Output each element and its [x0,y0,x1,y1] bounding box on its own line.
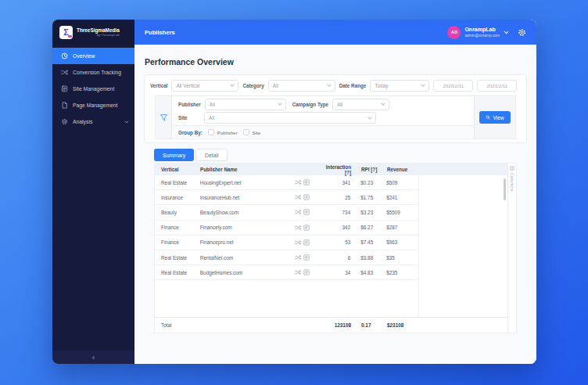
table-total-row: Total 123108 0.17 $23108 [155,317,516,333]
group-by-row: Group By: Publisher Site [172,125,474,139]
date-to-input[interactable]: 2021/2/11 [477,80,517,92]
table-row: Finance Financepro.net 53 $7.45 $963 [155,236,418,250]
avatar[interactable]: AD [447,26,461,39]
conversion-icon[interactable] [295,194,301,200]
site-select[interactable]: All [204,112,376,124]
publisher-value: All [210,102,215,107]
detail-square-icon[interactable] [303,269,310,275]
columns-panel-toggle[interactable]: Columns [507,164,516,333]
table-header-row: Vertical Publisher Name Interaction [?] … [155,164,516,175]
cell-revenue: $5509 [386,210,418,215]
brand-name: ThreeSigmaMedia [77,27,120,34]
date-from-input[interactable]: 2020/2/11 [433,80,473,92]
brand-logo-row: Σ ThreeSigmaMedia by OnrampLab [52,20,134,45]
category-value: All [273,83,278,88]
detail-square-icon[interactable] [303,179,310,185]
performance-table: Vertical Publisher Name Interaction [?] … [154,163,517,333]
brand-byline: by OnrampLab [77,33,120,37]
table-row: Finance Financely.com 342 $6.27 $287 [155,221,418,236]
sidebar-item-analysis[interactable]: Analysis [52,113,134,130]
site-label: Site [178,115,200,121]
cell-rpi: $0.23 [360,180,386,185]
filter-row-site: Site All [172,111,474,126]
detail-square-icon[interactable] [303,209,310,215]
chevron-down-icon [327,82,332,87]
view-button[interactable]: View [479,111,510,124]
cell-rpi: $6.27 [360,225,386,230]
main-area: Publishers AD OnrampLab admin@onramp.com… [134,20,536,364]
conversion-icon[interactable] [295,179,301,185]
cell-interaction: 53 [318,239,360,245]
publisher-label: Publisher [178,102,201,107]
publisher-checkbox[interactable] [208,129,214,135]
cell-rpi: $1.75 [360,195,386,200]
sidebar-item-overview[interactable]: Overview [52,48,134,64]
conversion-icon[interactable] [295,239,301,246]
cell-interaction: 6 [318,255,360,261]
conversion-icon[interactable] [295,225,301,231]
account-email: admin@onramp.com [464,34,500,38]
cell-actions [295,194,318,200]
category-select[interactable]: All [268,80,335,92]
tab-summary[interactable]: Summary [154,149,194,161]
chevron-down-icon [278,101,282,106]
table-row: Real Estate RentalNet.com 6 $3.88 $35 [155,250,418,265]
date-range-select[interactable]: Today [370,80,429,92]
detail-square-icon[interactable] [303,239,310,246]
sidebar-item-conversion-tracking[interactable]: Conversion Tracking [52,64,134,81]
vertical-select[interactable]: All Vertical [171,80,238,92]
total-rpi: 0.17 [361,322,387,328]
content: Performance Overview Vertical All Vertic… [134,45,536,364]
total-revenue: $23108 [387,322,419,328]
filter-row-publisher: Publisher All Campaign Type All [172,96,474,111]
sidebar-item-page-management[interactable]: Page Management [52,97,134,113]
detail-square-icon[interactable] [303,254,310,261]
cell-revenue: $241 [386,195,418,200]
cell-actions [295,209,318,215]
view-button-label: View [493,115,504,121]
campaign-type-label: Campaign Type [292,102,328,107]
table-row: Insurance InsuranceHub.net 25 $1.75 $241 [155,190,418,205]
topbar: Publishers AD OnrampLab admin@onramp.com [134,20,536,45]
cell-rpi: $3.23 [360,210,386,215]
campaign-type-select[interactable]: All [332,99,389,110]
tab-detail[interactable]: Detail [195,149,228,161]
cell-actions [295,254,318,261]
detail-square-icon[interactable] [303,194,310,200]
gear-icon[interactable] [518,28,526,37]
cell-vertical: Real Estate [155,255,200,261]
site-checkbox[interactable] [243,129,249,135]
col-header-revenue: Revenue [387,167,419,172]
site-value: All [209,115,214,121]
site-checkbox-label: Site [253,130,261,135]
total-label: Total [155,322,200,328]
view-cell: View [475,96,515,139]
cell-rpi: $7.45 [360,239,386,245]
cell-rpi: $4.83 [360,270,386,275]
account-menu[interactable]: AD OnrampLab admin@onramp.com [447,26,526,39]
cell-vertical: Beauty [155,210,200,215]
detail-square-icon[interactable] [303,225,310,231]
table-row: Real Estate BudgetHomes.com 34 $4.83 $23… [155,265,418,280]
publisher-select[interactable]: All [205,99,286,110]
shuffle-icon [61,69,68,76]
conversion-icon[interactable] [295,254,301,261]
vertical-scrollbar[interactable] [504,178,506,200]
conversion-icon[interactable] [295,209,301,215]
publisher-checkbox-label: Publisher [217,130,238,135]
conversion-icon[interactable] [295,269,301,275]
sidebar-item-site-management[interactable]: Site Management [52,81,134,97]
page-icon [61,102,68,109]
cell-publisher: HousingExpert.net [200,180,296,185]
vertical-value: All Vertical [176,83,199,88]
table-row: Real Estate HousingExpert.net 341 $0.23 … [155,175,418,190]
chevron-down-icon[interactable] [504,30,509,35]
date-range-value: Today [375,83,388,88]
cell-vertical: Finance [155,225,200,230]
filter-inner-box: Publisher All Campaign Type All Site [171,96,475,139]
page-title: Performance Overview [145,57,527,67]
collapse-chevron-icon: ‹ [92,354,95,362]
cell-interaction: 341 [318,180,360,185]
category-label: Category [242,83,264,88]
sidebar-collapse-button[interactable]: ‹ [52,351,134,364]
